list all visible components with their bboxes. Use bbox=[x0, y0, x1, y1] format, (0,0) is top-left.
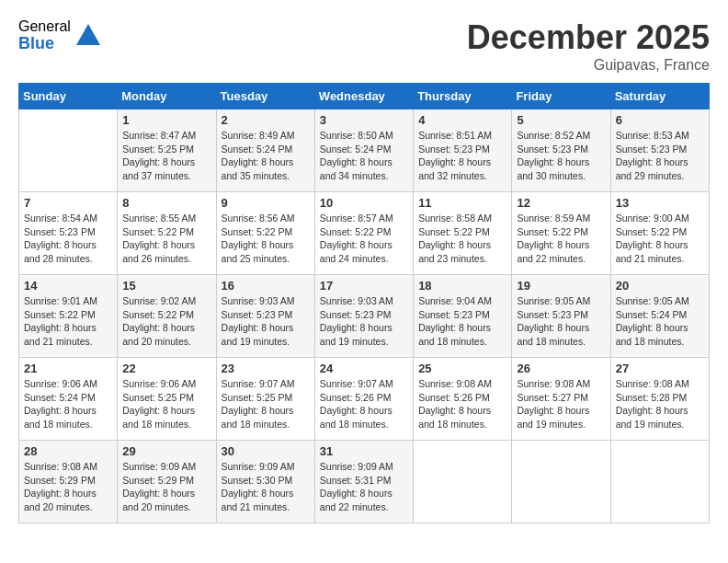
day-info: Sunrise: 8:50 AM Sunset: 5:24 PM Dayligh… bbox=[320, 129, 408, 183]
calendar-day: 17Sunrise: 9:03 AM Sunset: 5:23 PM Dayli… bbox=[314, 275, 413, 358]
day-number: 7 bbox=[24, 196, 112, 210]
calendar-day: 1Sunrise: 8:47 AM Sunset: 5:25 PM Daylig… bbox=[118, 109, 216, 192]
calendar-day bbox=[512, 441, 610, 523]
month-title: December 2025 bbox=[467, 18, 710, 57]
day-number: 29 bbox=[122, 444, 210, 458]
logo-blue: Blue bbox=[18, 35, 71, 53]
day-info: Sunrise: 9:08 AM Sunset: 5:28 PM Dayligh… bbox=[616, 377, 704, 431]
day-number: 28 bbox=[24, 444, 112, 458]
day-header-tuesday: Tuesday bbox=[216, 84, 314, 109]
calendar-day: 11Sunrise: 8:58 AM Sunset: 5:22 PM Dayli… bbox=[414, 192, 512, 275]
day-number: 10 bbox=[320, 196, 408, 210]
day-number: 22 bbox=[122, 362, 210, 375]
day-info: Sunrise: 8:47 AM Sunset: 5:25 PM Dayligh… bbox=[122, 129, 210, 183]
day-info: Sunrise: 8:49 AM Sunset: 5:24 PM Dayligh… bbox=[222, 129, 310, 183]
day-number: 14 bbox=[24, 279, 112, 293]
location: Guipavas, France bbox=[467, 57, 710, 74]
day-info: Sunrise: 9:08 AM Sunset: 5:29 PM Dayligh… bbox=[24, 460, 112, 514]
day-info: Sunrise: 9:09 AM Sunset: 5:31 PM Dayligh… bbox=[320, 460, 408, 514]
calendar-day: 9Sunrise: 8:56 AM Sunset: 5:22 PM Daylig… bbox=[216, 192, 314, 275]
calendar-day: 3Sunrise: 8:50 AM Sunset: 5:24 PM Daylig… bbox=[314, 109, 413, 192]
day-header-sunday: Sunday bbox=[19, 84, 118, 109]
day-header-saturday: Saturday bbox=[610, 84, 709, 109]
logo-icon bbox=[74, 22, 102, 50]
day-number: 13 bbox=[616, 196, 704, 210]
calendar-week-4: 21Sunrise: 9:06 AM Sunset: 5:24 PM Dayli… bbox=[19, 358, 710, 441]
calendar-day: 21Sunrise: 9:06 AM Sunset: 5:24 PM Dayli… bbox=[19, 358, 118, 441]
logo: General Blue bbox=[18, 18, 102, 52]
day-number: 19 bbox=[517, 279, 605, 293]
day-info: Sunrise: 8:54 AM Sunset: 5:23 PM Dayligh… bbox=[24, 212, 112, 266]
logo-general: General bbox=[18, 18, 71, 35]
day-info: Sunrise: 8:59 AM Sunset: 5:22 PM Dayligh… bbox=[517, 212, 605, 266]
calendar-table: SundayMondayTuesdayWednesdayThursdayFrid… bbox=[18, 83, 710, 523]
calendar-day: 28Sunrise: 9:08 AM Sunset: 5:29 PM Dayli… bbox=[19, 441, 118, 523]
day-number: 9 bbox=[222, 196, 310, 210]
day-info: Sunrise: 9:02 AM Sunset: 5:22 PM Dayligh… bbox=[122, 294, 210, 349]
calendar-week-5: 28Sunrise: 9:08 AM Sunset: 5:29 PM Dayli… bbox=[19, 441, 710, 523]
day-info: Sunrise: 9:07 AM Sunset: 5:26 PM Dayligh… bbox=[320, 377, 408, 431]
svg-marker-0 bbox=[76, 24, 100, 45]
day-number: 26 bbox=[517, 362, 605, 375]
calendar-day: 12Sunrise: 8:59 AM Sunset: 5:22 PM Dayli… bbox=[512, 192, 610, 275]
calendar-day: 10Sunrise: 8:57 AM Sunset: 5:22 PM Dayli… bbox=[314, 192, 413, 275]
calendar-day: 14Sunrise: 9:01 AM Sunset: 5:22 PM Dayli… bbox=[19, 275, 118, 358]
calendar-day: 18Sunrise: 9:04 AM Sunset: 5:23 PM Dayli… bbox=[414, 275, 512, 358]
day-number: 8 bbox=[122, 196, 210, 210]
day-number: 2 bbox=[222, 113, 310, 127]
day-number: 11 bbox=[418, 196, 506, 210]
day-info: Sunrise: 9:00 AM Sunset: 5:22 PM Dayligh… bbox=[616, 212, 704, 266]
day-number: 20 bbox=[616, 279, 704, 293]
day-number: 31 bbox=[320, 444, 408, 458]
calendar-day: 31Sunrise: 9:09 AM Sunset: 5:31 PM Dayli… bbox=[314, 441, 413, 523]
day-number: 21 bbox=[24, 362, 112, 375]
day-info: Sunrise: 8:51 AM Sunset: 5:23 PM Dayligh… bbox=[418, 129, 506, 183]
calendar-day: 8Sunrise: 8:55 AM Sunset: 5:22 PM Daylig… bbox=[118, 192, 216, 275]
day-info: Sunrise: 9:04 AM Sunset: 5:23 PM Dayligh… bbox=[418, 294, 506, 349]
calendar-day bbox=[19, 109, 118, 192]
day-number: 27 bbox=[616, 362, 704, 375]
day-number: 12 bbox=[517, 196, 605, 210]
day-info: Sunrise: 8:53 AM Sunset: 5:23 PM Dayligh… bbox=[616, 129, 704, 183]
calendar-week-1: 1Sunrise: 8:47 AM Sunset: 5:25 PM Daylig… bbox=[19, 109, 710, 192]
calendar-day: 15Sunrise: 9:02 AM Sunset: 5:22 PM Dayli… bbox=[118, 275, 216, 358]
calendar-day: 27Sunrise: 9:08 AM Sunset: 5:28 PM Dayli… bbox=[610, 358, 709, 441]
calendar-day: 29Sunrise: 9:09 AM Sunset: 5:29 PM Dayli… bbox=[118, 441, 216, 523]
calendar-day: 22Sunrise: 9:06 AM Sunset: 5:25 PM Dayli… bbox=[118, 358, 216, 441]
day-info: Sunrise: 9:05 AM Sunset: 5:23 PM Dayligh… bbox=[517, 294, 605, 349]
day-number: 15 bbox=[122, 279, 210, 293]
day-number: 30 bbox=[222, 444, 310, 458]
day-info: Sunrise: 8:56 AM Sunset: 5:22 PM Dayligh… bbox=[222, 212, 310, 266]
day-header-monday: Monday bbox=[118, 84, 216, 109]
calendar-day: 23Sunrise: 9:07 AM Sunset: 5:25 PM Dayli… bbox=[216, 358, 314, 441]
calendar-day: 16Sunrise: 9:03 AM Sunset: 5:23 PM Dayli… bbox=[216, 275, 314, 358]
day-info: Sunrise: 8:55 AM Sunset: 5:22 PM Dayligh… bbox=[122, 212, 210, 266]
day-number: 6 bbox=[616, 113, 704, 127]
day-info: Sunrise: 9:06 AM Sunset: 5:25 PM Dayligh… bbox=[122, 377, 210, 431]
calendar-day: 6Sunrise: 8:53 AM Sunset: 5:23 PM Daylig… bbox=[610, 109, 709, 192]
day-info: Sunrise: 9:07 AM Sunset: 5:25 PM Dayligh… bbox=[222, 377, 310, 431]
calendar-week-3: 14Sunrise: 9:01 AM Sunset: 5:22 PM Dayli… bbox=[19, 275, 710, 358]
day-info: Sunrise: 8:58 AM Sunset: 5:22 PM Dayligh… bbox=[418, 212, 506, 266]
calendar-day: 20Sunrise: 9:05 AM Sunset: 5:24 PM Dayli… bbox=[610, 275, 709, 358]
calendar-day: 7Sunrise: 8:54 AM Sunset: 5:23 PM Daylig… bbox=[19, 192, 118, 275]
day-number: 16 bbox=[222, 279, 310, 293]
day-info: Sunrise: 9:09 AM Sunset: 5:30 PM Dayligh… bbox=[222, 460, 310, 514]
page-header: General Blue December 2025 Guipavas, Fra… bbox=[18, 18, 710, 74]
day-number: 23 bbox=[222, 362, 310, 375]
day-info: Sunrise: 9:05 AM Sunset: 5:24 PM Dayligh… bbox=[616, 294, 704, 349]
title-block: December 2025 Guipavas, France bbox=[467, 18, 710, 74]
day-info: Sunrise: 9:08 AM Sunset: 5:27 PM Dayligh… bbox=[517, 377, 605, 431]
day-header-wednesday: Wednesday bbox=[314, 84, 413, 109]
day-number: 17 bbox=[320, 279, 408, 293]
day-info: Sunrise: 9:03 AM Sunset: 5:23 PM Dayligh… bbox=[222, 294, 310, 349]
calendar-day bbox=[414, 441, 512, 523]
calendar-day: 5Sunrise: 8:52 AM Sunset: 5:23 PM Daylig… bbox=[512, 109, 610, 192]
day-info: Sunrise: 9:06 AM Sunset: 5:24 PM Dayligh… bbox=[24, 377, 112, 431]
day-number: 4 bbox=[418, 113, 506, 127]
calendar-day: 30Sunrise: 9:09 AM Sunset: 5:30 PM Dayli… bbox=[216, 441, 314, 523]
day-number: 1 bbox=[122, 113, 210, 127]
calendar-day: 19Sunrise: 9:05 AM Sunset: 5:23 PM Dayli… bbox=[512, 275, 610, 358]
day-header-thursday: Thursday bbox=[414, 84, 512, 109]
calendar-day bbox=[610, 441, 709, 523]
